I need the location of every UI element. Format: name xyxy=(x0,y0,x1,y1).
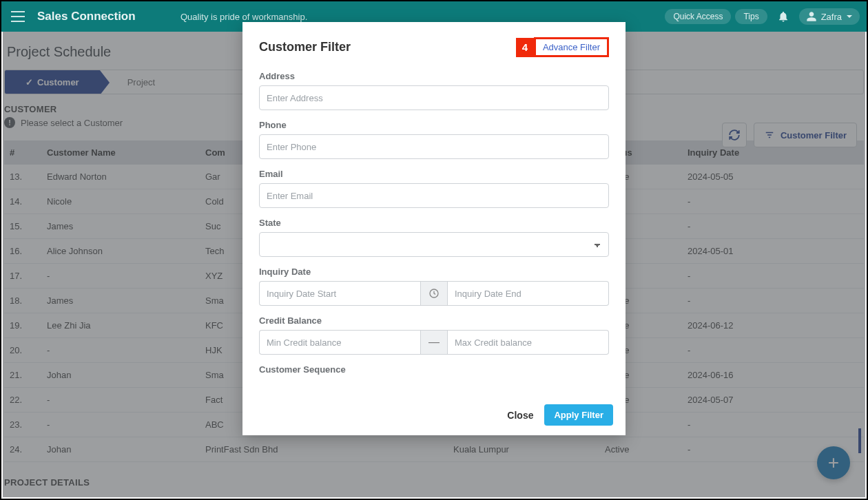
credit-balance-label: Credit Balance xyxy=(259,315,609,326)
brand-title: Sales Connection xyxy=(37,10,136,23)
email-input[interactable] xyxy=(259,183,609,208)
customer-filter-modal: Customer Filter 4 Advance Filter Address… xyxy=(242,22,626,435)
close-button[interactable]: Close xyxy=(507,410,533,421)
state-label: State xyxy=(259,218,609,228)
email-label: Email xyxy=(259,169,609,179)
inquiry-date-label: Inquiry Date xyxy=(259,267,609,277)
user-name: Zafra xyxy=(821,12,842,22)
notifications-icon[interactable] xyxy=(772,10,795,23)
hamburger-menu-icon[interactable] xyxy=(8,1,28,32)
credit-min-input[interactable] xyxy=(259,330,420,355)
dash-separator: — xyxy=(420,330,448,355)
svg-rect-1 xyxy=(11,16,25,17)
callout-number: 4 xyxy=(516,38,534,57)
tips-button[interactable]: Tips xyxy=(735,9,767,24)
inquiry-date-start-input[interactable] xyxy=(259,281,420,306)
modal-title: Customer Filter xyxy=(259,40,351,54)
inquiry-date-end-input[interactable] xyxy=(448,281,609,306)
svg-rect-2 xyxy=(11,21,25,22)
phone-input[interactable] xyxy=(259,134,609,159)
quick-access-button[interactable]: Quick Access xyxy=(665,9,731,24)
user-menu[interactable]: Zafra xyxy=(799,8,860,25)
svg-rect-0 xyxy=(11,11,25,12)
customer-sequence-label: Customer Sequence xyxy=(259,364,609,375)
user-icon xyxy=(806,11,817,22)
address-label: Address xyxy=(259,71,609,81)
tagline-text: Quality is pride of workmanship. xyxy=(180,12,307,22)
credit-max-input[interactable] xyxy=(448,330,609,355)
address-input[interactable] xyxy=(259,85,609,110)
phone-label: Phone xyxy=(259,120,609,130)
advance-filter-link[interactable]: Advance Filter xyxy=(534,37,609,57)
state-select[interactable] xyxy=(259,232,609,257)
clock-icon[interactable] xyxy=(420,281,448,306)
apply-filter-button[interactable]: Apply Filter xyxy=(544,404,613,426)
chevron-down-icon xyxy=(846,13,853,20)
